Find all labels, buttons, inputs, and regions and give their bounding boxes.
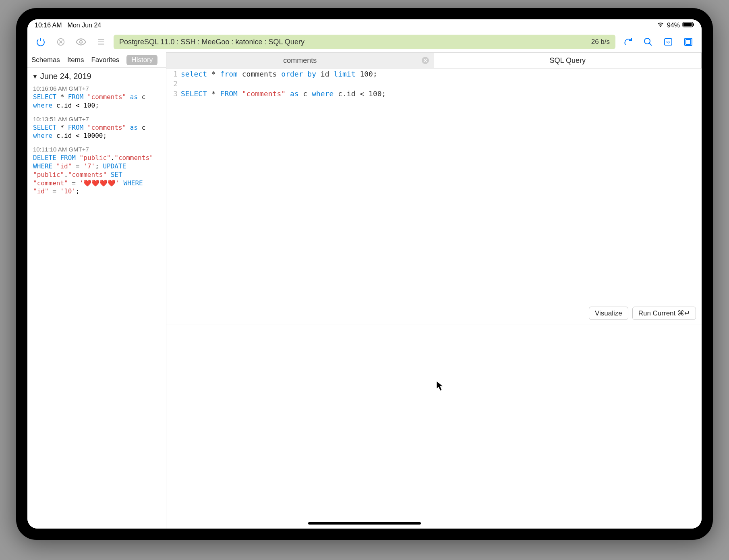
- history-sql: SELECT * FROM "comments" as c where c.id…: [33, 93, 160, 110]
- address-bar-text: PostgreSQL 11.0 : SSH : MeeGoo : katonic…: [119, 38, 591, 46]
- sql-editor[interactable]: 1 2 3 select * from comments order by id…: [166, 68, 702, 99]
- svg-rect-1: [683, 23, 692, 27]
- sql-icon[interactable]: SQL: [661, 34, 676, 50]
- history-time: 10:11:10 AM GMT+7: [33, 146, 160, 153]
- status-date: Mon Jun 24: [68, 22, 101, 29]
- home-indicator[interactable]: [308, 522, 421, 525]
- sidebar-tab-items[interactable]: Items: [67, 56, 84, 64]
- disclosure-triangle-icon: ▼: [32, 73, 38, 80]
- status-time: 10:16 AM: [35, 22, 62, 29]
- history-date-header[interactable]: ▼ June 24, 2019: [27, 68, 166, 83]
- sidebar-tab-schemas[interactable]: Schemas: [31, 56, 60, 64]
- history-item[interactable]: 10:11:10 AM GMT+7DELETE FROM "public"."c…: [27, 144, 166, 200]
- svg-rect-2: [693, 23, 694, 26]
- panels-icon[interactable]: [681, 34, 696, 50]
- history-date-label: June 24, 2019: [40, 72, 91, 81]
- cursor-icon: [436, 381, 444, 391]
- close-icon[interactable]: [422, 57, 429, 64]
- sidebar-tabs: Schemas Items Favorites History: [27, 52, 166, 68]
- sidebar-tab-favorites[interactable]: Favorites: [91, 56, 119, 64]
- list-icon[interactable]: [93, 34, 109, 50]
- run-current-button[interactable]: Run Current ⌘↵: [632, 307, 696, 320]
- main-panel: comments SQL Query 1 2 3 select * from c…: [166, 52, 702, 529]
- tab-label: SQL Query: [550, 56, 586, 65]
- svg-rect-13: [686, 39, 691, 44]
- visualize-button[interactable]: Visualize: [589, 307, 628, 320]
- tab-label: comments: [283, 56, 317, 65]
- battery-pct: 94%: [667, 22, 680, 29]
- results-area: [166, 324, 702, 529]
- tab-sql-query[interactable]: SQL Query: [434, 52, 702, 68]
- sidebar-tab-history[interactable]: History: [126, 55, 157, 65]
- document-tabs: comments SQL Query: [166, 52, 702, 68]
- battery-icon: [682, 22, 694, 29]
- status-bar: 10:16 AM Mon Jun 24 94%: [27, 19, 702, 31]
- svg-line-9: [649, 43, 652, 46]
- history-sql: SELECT * FROM "comments" as c where c.id…: [33, 124, 160, 141]
- history-item[interactable]: 10:16:06 AM GMT+7SELECT * FROM "comments…: [27, 83, 166, 114]
- svg-point-8: [644, 38, 650, 44]
- refresh-icon[interactable]: [620, 34, 636, 50]
- svg-text:SQL: SQL: [666, 41, 671, 44]
- tab-comments[interactable]: comments: [166, 52, 434, 68]
- search-icon[interactable]: [640, 34, 656, 50]
- svg-point-4: [80, 41, 83, 44]
- power-icon[interactable]: [33, 34, 48, 50]
- eye-icon[interactable]: [73, 34, 89, 50]
- history-item[interactable]: 10:13:51 AM GMT+7SELECT * FROM "comments…: [27, 114, 166, 145]
- history-sql: DELETE FROM "public"."comments" WHERE "i…: [33, 154, 160, 196]
- transfer-rate: 26 b/s: [591, 38, 610, 46]
- toolbar: PostgreSQL 11.0 : SSH : MeeGoo : katonic…: [27, 31, 702, 52]
- history-time: 10:16:06 AM GMT+7: [33, 85, 160, 92]
- wifi-icon: [657, 22, 665, 29]
- cancel-icon[interactable]: [53, 34, 68, 50]
- address-bar[interactable]: PostgreSQL 11.0 : SSH : MeeGoo : katonic…: [114, 35, 615, 49]
- history-time: 10:13:51 AM GMT+7: [33, 116, 160, 122]
- sidebar: Schemas Items Favorites History ▼ June 2…: [27, 52, 166, 529]
